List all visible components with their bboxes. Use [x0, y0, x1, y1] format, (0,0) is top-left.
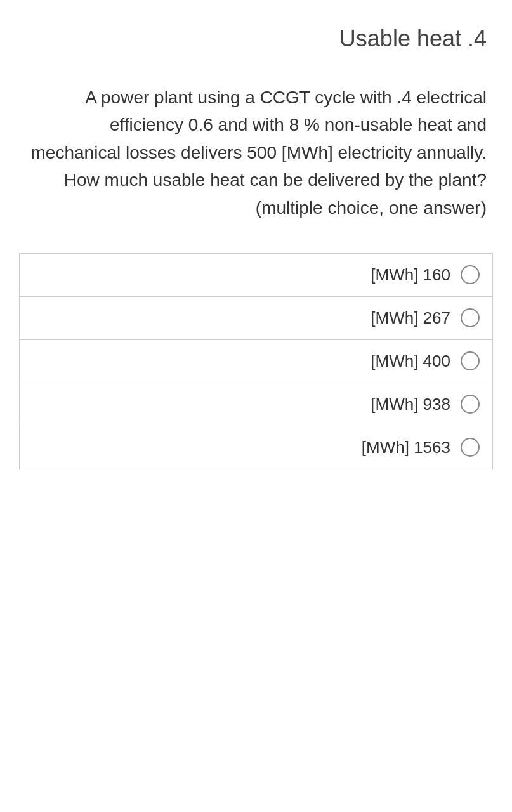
question-text: A power plant using a CCGT cycle with .4…: [19, 84, 493, 221]
option-label-5: [MWh] 1563: [362, 438, 450, 457]
radio-button-4[interactable]: [461, 395, 480, 414]
option-label-1: [MWh] 160: [371, 265, 450, 285]
option-row-4[interactable]: [MWh] 938: [19, 383, 493, 426]
option-label-4: [MWh] 938: [371, 395, 450, 414]
radio-button-5[interactable]: [461, 438, 480, 457]
option-label-2: [MWh] 267: [371, 308, 450, 328]
radio-button-2[interactable]: [461, 308, 480, 327]
option-row-2[interactable]: [MWh] 267: [19, 296, 493, 339]
option-label-3: [MWh] 400: [371, 351, 450, 371]
option-row-1[interactable]: [MWh] 160: [19, 253, 493, 296]
radio-button-1[interactable]: [461, 265, 480, 284]
options-container: [MWh] 160 [MWh] 267 [MWh] 400 [MWh] 938 …: [19, 253, 493, 469]
page-title: Usable heat .4: [19, 25, 493, 52]
option-row-3[interactable]: [MWh] 400: [19, 339, 493, 383]
radio-button-3[interactable]: [461, 351, 480, 370]
option-row-5[interactable]: [MWh] 1563: [19, 426, 493, 469]
